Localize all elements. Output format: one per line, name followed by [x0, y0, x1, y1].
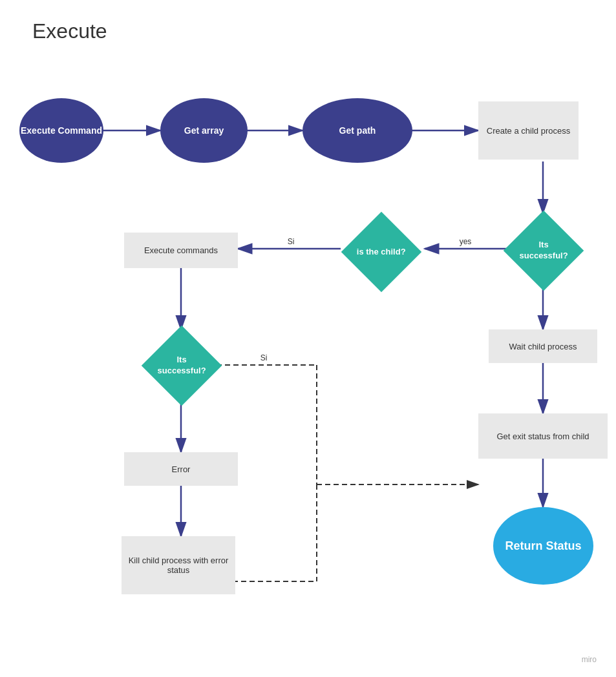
page-title: Execute — [32, 19, 107, 43]
create-child-process-node: Create a child process — [478, 101, 579, 160]
execute-command-node: Execute Command — [19, 98, 103, 163]
its-successful-2-node: Its successful? — [141, 328, 222, 402]
svg-text:Si: Si — [260, 353, 268, 362]
get-path-node: Get path — [303, 98, 412, 163]
wait-child-process-node: Wait child process — [489, 329, 597, 363]
return-status-node: Return Status — [493, 507, 593, 585]
svg-text:Si: Si — [288, 237, 295, 246]
get-exit-status-node: Get exit status from child — [478, 413, 608, 459]
svg-text:yes: yes — [460, 237, 472, 246]
miro-label: miro — [582, 655, 597, 664]
its-successful-1-node: Its successful? — [503, 213, 584, 287]
error-node: Error — [124, 452, 238, 486]
is-the-child-node: is the child? — [341, 214, 421, 289]
kill-child-process-node: Kill child process with error status — [122, 536, 235, 594]
get-array-node: Get array — [160, 98, 248, 163]
execute-commands-node: Execute commands — [124, 233, 238, 268]
